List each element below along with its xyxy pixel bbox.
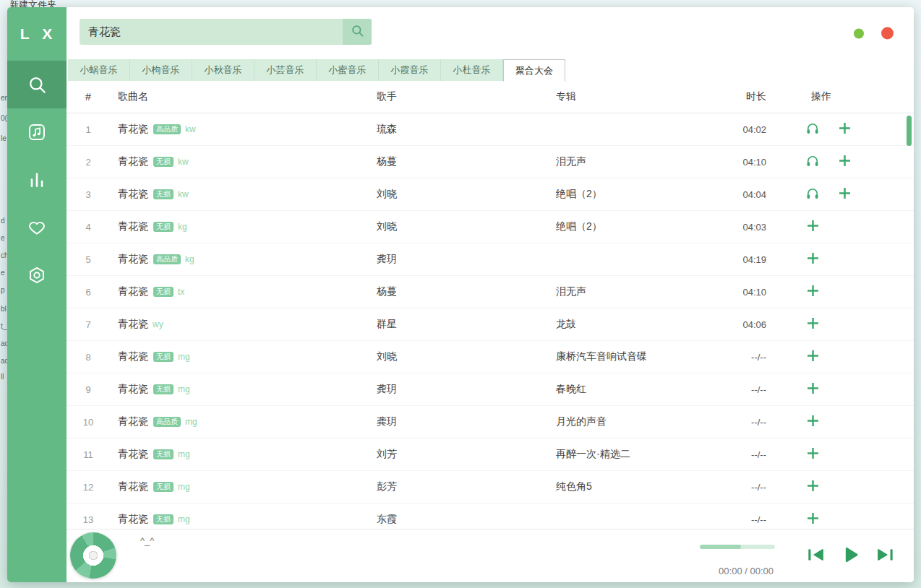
row-number: 1	[67, 124, 110, 135]
table-row[interactable]: 12 青花瓷无损mg 彭芳 纯色角5 --/--	[67, 471, 914, 503]
quality-badge: 高品质	[153, 254, 181, 264]
sidebar-item-settings[interactable]	[7, 251, 67, 299]
add-button[interactable]	[797, 446, 828, 463]
add-button[interactable]	[828, 186, 860, 203]
plus-icon	[837, 153, 852, 170]
row-number: 12	[67, 482, 110, 493]
table-row[interactable]: 8 青花瓷无损mg 刘晓 康桥汽车音响试音碟 --/--	[67, 341, 914, 373]
search-button[interactable]	[343, 19, 372, 45]
sidebar-item-songlist[interactable]	[7, 108, 67, 156]
sidebar-item-favorites[interactable]	[7, 204, 67, 251]
plus-icon	[805, 251, 821, 268]
tab-label: 小蜜音乐	[329, 64, 367, 77]
song-cell: 青花瓷无损mg	[110, 383, 370, 396]
add-button[interactable]	[797, 511, 828, 528]
previous-button[interactable]	[806, 545, 826, 566]
table-row[interactable]: 3 青花瓷无损kw 刘晓 绝唱（2） 04:04	[67, 178, 914, 211]
listen-button[interactable]	[797, 186, 828, 203]
headphone-icon	[805, 154, 820, 170]
table-row[interactable]: 5 青花瓷高品质kg 龚玥 04:19	[67, 243, 914, 276]
actions-cell	[766, 413, 914, 431]
add-button[interactable]	[828, 121, 860, 138]
actions-cell	[766, 251, 914, 268]
album-cell: 龙鼓	[549, 318, 723, 331]
song-name: 青花瓷	[118, 253, 148, 264]
minimize-button[interactable]	[854, 28, 864, 38]
tab-1[interactable]: 小蜗音乐	[68, 59, 130, 81]
row-number: 3	[67, 189, 110, 200]
header-album: 专辑	[549, 90, 723, 103]
song-name: 青花瓷	[118, 350, 148, 362]
source-label: mg	[178, 384, 190, 394]
plus-icon	[805, 381, 821, 398]
quality-badge: 无损	[153, 384, 174, 394]
table-row[interactable]: 4 青花瓷无损kg 刘晓 绝唱（2） 04:03	[67, 211, 914, 243]
table-row[interactable]: 13 青花瓷无损mg 东霞 --/--	[67, 503, 914, 529]
close-button[interactable]	[881, 27, 894, 40]
header-song: 歌曲名	[110, 90, 370, 103]
duration-cell: 04:04	[723, 189, 766, 200]
desktop-text-fragment: 0(	[1, 114, 7, 122]
add-button[interactable]	[797, 348, 828, 366]
progress-buffered	[700, 545, 741, 549]
add-button[interactable]	[797, 381, 828, 398]
tab-4[interactable]: 小芸音乐	[254, 59, 317, 81]
table-row[interactable]: 1 青花瓷高品质kw 琉森 04:02	[67, 113, 914, 146]
next-button[interactable]	[875, 545, 895, 566]
add-button[interactable]	[797, 413, 828, 431]
artist-cell: 杨蔓	[370, 285, 549, 298]
source-label: tx	[178, 287, 184, 297]
song-name: 青花瓷	[118, 480, 148, 492]
music-list-icon	[27, 123, 46, 142]
duration-cell: 04:10	[723, 287, 766, 298]
source-label: mg	[178, 449, 190, 459]
tab-7[interactable]: 小杜音乐	[441, 59, 503, 81]
listen-button[interactable]	[797, 121, 828, 138]
header-artist: 歌手	[370, 90, 549, 103]
top-bar	[67, 7, 914, 59]
artist-cell: 刘芳	[370, 448, 549, 461]
player-controls	[806, 544, 895, 568]
tab-5[interactable]: 小蜜音乐	[317, 59, 379, 81]
tab-8[interactable]: 聚合大会	[503, 59, 565, 82]
artist-cell: 龚玥	[370, 383, 549, 396]
tab-2[interactable]: 小枸音乐	[130, 59, 192, 81]
song-cell: 青花瓷wy	[110, 318, 370, 331]
quality-badge: 无损	[153, 482, 174, 492]
play-button[interactable]	[840, 544, 861, 568]
play-icon	[840, 544, 861, 568]
add-button[interactable]	[797, 218, 828, 235]
table-row[interactable]: 9 青花瓷无损mg 龚玥 春晚红 --/--	[67, 373, 914, 406]
sidebar-item-search[interactable]	[7, 61, 67, 108]
table-row[interactable]: 6 青花瓷无损tx 杨蔓 泪无声 04:10	[67, 276, 914, 308]
actions-cell	[766, 478, 914, 496]
add-button[interactable]	[797, 283, 828, 301]
add-button[interactable]	[828, 153, 860, 170]
listen-button[interactable]	[797, 153, 828, 170]
table-row[interactable]: 11 青花瓷无损mg 刘芳 再醉一次·精选二 --/--	[67, 438, 914, 471]
tab-3[interactable]: 小秋音乐	[192, 59, 254, 81]
row-number: 4	[67, 222, 110, 233]
table-row[interactable]: 2 青花瓷无损kw 杨蔓 泪无声 04:10	[67, 146, 914, 178]
settings-icon	[27, 266, 46, 285]
tab-label: 聚合大会	[515, 64, 553, 77]
album-disc-icon[interactable]	[70, 532, 116, 579]
table-row[interactable]: 7 青花瓷wy 群星 龙鼓 04:06	[67, 308, 914, 341]
progress-bar[interactable]	[700, 545, 775, 549]
artist-cell: 龚玥	[370, 253, 549, 266]
sidebar-item-leaderboard[interactable]	[7, 156, 67, 204]
player-status-text: ^_^	[140, 535, 154, 546]
search-input[interactable]	[80, 19, 343, 45]
source-label: mg	[178, 482, 190, 492]
artist-cell: 刘晓	[370, 188, 549, 201]
add-button[interactable]	[797, 251, 828, 268]
song-name: 青花瓷	[118, 383, 148, 394]
tab-6[interactable]: 小霞音乐	[379, 59, 441, 81]
scrollbar-thumb[interactable]	[907, 116, 912, 146]
add-button[interactable]	[797, 316, 828, 333]
actions-cell	[766, 218, 914, 235]
add-button[interactable]	[797, 478, 828, 496]
heart-icon	[27, 218, 46, 237]
table-row[interactable]: 10 青花瓷高品质mg 龚玥 月光的声音 --/--	[67, 406, 914, 438]
plus-icon	[805, 413, 821, 431]
